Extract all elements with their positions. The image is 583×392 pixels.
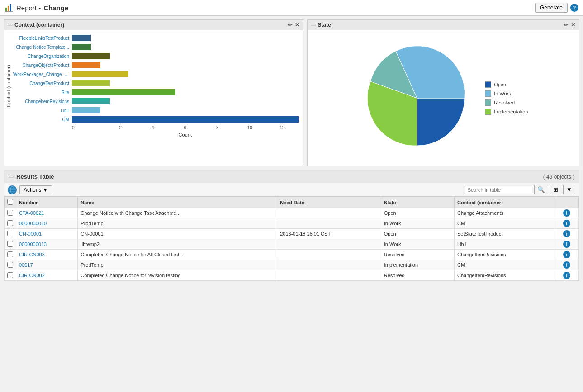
grid-settings-button[interactable]: ⊞ xyxy=(550,185,561,194)
row-need-date xyxy=(277,260,381,270)
state-panel-title-area: ― State xyxy=(311,22,331,28)
bar-fill xyxy=(72,80,110,86)
bar-chart-inner: FlexibleLinksTestProduct Change Notice T… xyxy=(13,35,299,137)
bar-row: ChangeObjectsProduct xyxy=(13,62,299,68)
row-info-icon[interactable]: i xyxy=(563,241,570,248)
context-panel-title: Context (container) xyxy=(14,22,64,28)
row-name: CN-00001 xyxy=(78,229,277,239)
bar-label: Change Notice Template... xyxy=(13,45,72,50)
bar-label: WorkPackages_Change Pr... xyxy=(13,72,72,77)
row-info-cell[interactable]: i xyxy=(555,208,578,218)
row-info-icon[interactable]: i xyxy=(563,220,570,227)
row-checkbox-cell[interactable] xyxy=(5,270,16,281)
pie-legend: Open In Work Resolved Implementation xyxy=(485,81,528,115)
state-close-icon[interactable]: ✕ xyxy=(571,22,575,28)
row-info-icon[interactable]: i xyxy=(563,272,570,279)
search-input[interactable] xyxy=(465,186,532,194)
row-checkbox-cell[interactable] xyxy=(5,260,16,270)
results-title-text: Results Table xyxy=(16,173,54,180)
globe-svg xyxy=(8,186,16,194)
table-scroll-area[interactable]: NumberNameNeed DateStateContext (contain… xyxy=(4,197,579,281)
bar-fill xyxy=(72,89,175,95)
row-state: Implementation xyxy=(381,260,454,270)
row-context: CM xyxy=(454,218,555,229)
state-panel: ― State ✏ ✕ Open xyxy=(307,19,579,166)
row-need-date: 2016-01-18 18:01 CST xyxy=(277,229,381,239)
bar-fill xyxy=(72,116,299,123)
svg-rect-0 xyxy=(5,8,7,11)
search-button[interactable]: 🔍 xyxy=(534,185,548,194)
row-state: Resolved xyxy=(381,250,454,260)
bar-track xyxy=(72,89,299,95)
row-number: CIR-CN002 xyxy=(16,270,78,281)
row-state: Resolved xyxy=(381,270,454,281)
row-checkbox[interactable] xyxy=(7,272,13,278)
col-header: State xyxy=(381,197,454,208)
table-options-button[interactable]: ▼ xyxy=(563,185,575,194)
row-info-cell[interactable]: i xyxy=(555,218,578,229)
row-checkbox-cell[interactable] xyxy=(5,229,16,239)
legend-label: Open xyxy=(494,82,506,87)
x-tick: 6 xyxy=(169,125,202,130)
row-checkbox[interactable] xyxy=(7,251,13,257)
toolbar-right: 🔍 ⊞ ▼ xyxy=(465,185,575,194)
row-info-cell[interactable]: i xyxy=(555,270,578,281)
row-checkbox-cell[interactable] xyxy=(5,218,16,229)
context-panel-icons: ✏ ✕ xyxy=(288,22,299,28)
row-checkbox-cell[interactable] xyxy=(5,239,16,250)
row-context: Lib1 xyxy=(454,239,555,250)
row-info-icon[interactable]: i xyxy=(563,230,570,237)
row-info-icon[interactable]: i xyxy=(563,261,570,269)
bar-label: Lib1 xyxy=(13,108,72,113)
legend-label: Resolved xyxy=(494,100,515,105)
generate-button[interactable]: Generate xyxy=(535,3,568,13)
row-checkbox-cell[interactable] xyxy=(5,250,16,260)
table-row: CIR-CN003 Completed Change Notice for Al… xyxy=(5,250,579,260)
results-header: ― Results Table ( 49 objects ) xyxy=(4,170,579,183)
results-title-area: ― Results Table xyxy=(9,173,54,180)
legend-label: Implementation xyxy=(494,109,528,114)
help-icon[interactable]: ? xyxy=(570,4,578,12)
actions-button[interactable]: Actions ▼ xyxy=(19,185,52,194)
table-row: 0000000010 ProdTemp In Work CM i xyxy=(5,218,579,229)
svg-rect-2 xyxy=(10,4,11,11)
row-checkbox[interactable] xyxy=(7,220,13,226)
row-info-cell[interactable]: i xyxy=(555,229,578,239)
table-toolbar: Actions ▼ 🔍 ⊞ ▼ xyxy=(4,183,579,197)
col-header xyxy=(555,197,578,208)
context-panel-title-area: ― Context (container) xyxy=(8,22,64,28)
legend-item: Resolved xyxy=(485,99,528,106)
row-state: In Work xyxy=(381,239,454,250)
legend-label: In Work xyxy=(494,91,511,96)
row-checkbox[interactable] xyxy=(7,231,13,236)
row-context: Change Attachments xyxy=(454,208,555,218)
row-number: 0000000010 xyxy=(16,218,78,229)
context-edit-icon[interactable]: ✏ xyxy=(288,22,292,28)
state-edit-icon[interactable]: ✏ xyxy=(564,22,568,28)
context-collapse-icon[interactable]: ― xyxy=(8,22,13,28)
y-axis-label: Context (container) xyxy=(4,35,13,137)
row-checkbox[interactable] xyxy=(7,262,13,268)
legend-color-swatch xyxy=(485,109,491,115)
row-info-icon[interactable]: i xyxy=(563,251,570,258)
row-checkbox[interactable] xyxy=(7,241,13,247)
context-panel-header: ― Context (container) ✏ ✕ xyxy=(4,20,303,30)
svg-rect-1 xyxy=(8,6,9,11)
row-info-icon[interactable]: i xyxy=(563,209,570,217)
row-number: CTA-00021 xyxy=(16,208,78,218)
bar-fill xyxy=(72,71,128,77)
row-context: SetStateTestProduct xyxy=(454,229,555,239)
select-all-checkbox[interactable] xyxy=(7,199,13,205)
context-close-icon[interactable]: ✕ xyxy=(295,22,299,28)
state-collapse-icon[interactable]: ― xyxy=(311,22,316,28)
row-number: CN-00001 xyxy=(16,229,78,239)
row-checkbox-cell[interactable] xyxy=(5,208,16,218)
pie-chart-container: Open In Work Resolved Implementation xyxy=(308,30,579,166)
row-need-date xyxy=(277,270,381,281)
row-checkbox[interactable] xyxy=(7,210,13,216)
row-info-cell[interactable]: i xyxy=(555,239,578,250)
results-collapse-icon[interactable]: ― xyxy=(9,174,14,179)
row-info-cell[interactable]: i xyxy=(555,250,578,260)
row-need-date xyxy=(277,250,381,260)
row-info-cell[interactable]: i xyxy=(555,260,578,270)
